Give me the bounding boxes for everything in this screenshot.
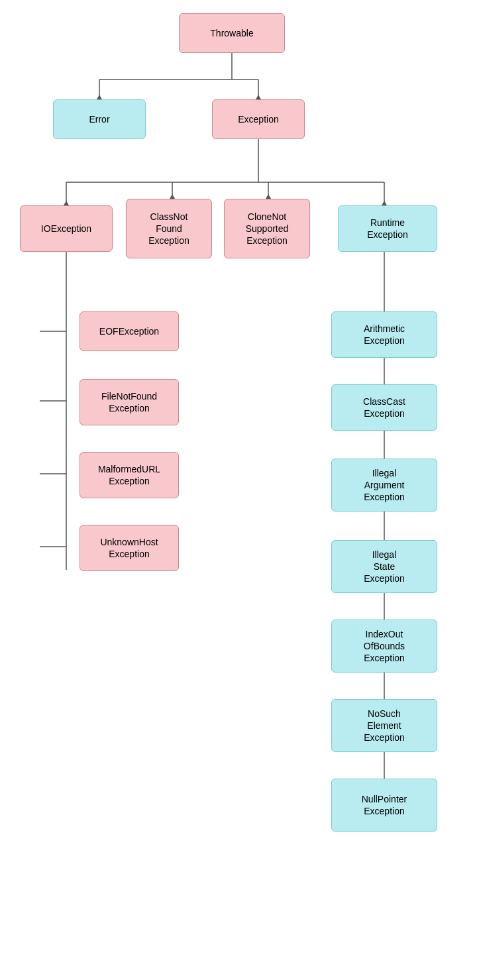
node-unknownhost: UnknownHostException	[80, 525, 179, 571]
node-throwable: Throwable	[179, 13, 285, 53]
node-arithmetic: ArithmeticException	[331, 311, 437, 358]
svg-marker-11	[170, 194, 175, 199]
class-hierarchy-diagram: Throwable Error Exception IOException Cl…	[0, 0, 477, 980]
node-malformedurl: MalformedURLException	[80, 452, 179, 498]
svg-marker-15	[382, 201, 387, 205]
node-nullpointer: NullPointerException	[331, 779, 437, 832]
node-eofexception: EOFException	[80, 311, 179, 351]
node-runtimeexception: RuntimeException	[338, 205, 437, 252]
node-exception: Exception	[212, 99, 305, 139]
svg-marker-5	[256, 95, 261, 99]
svg-marker-3	[97, 95, 102, 99]
node-indexoutofbounds: IndexOutOfBoundsException	[331, 620, 437, 673]
node-error: Error	[53, 99, 146, 139]
node-classcast: ClassCastException	[331, 384, 437, 431]
node-filenotfound: FileNotFoundException	[80, 379, 179, 425]
svg-marker-9	[64, 201, 69, 205]
node-illegalstate: IllegalStateException	[331, 540, 437, 593]
node-illegalargument: IllegalArgumentException	[331, 459, 437, 512]
node-nosuchelement: NoSuchElementException	[331, 699, 437, 752]
node-classnotfound: ClassNotFoundException	[126, 199, 212, 258]
node-clonenotsupported: CloneNotSupportedException	[224, 199, 310, 258]
svg-marker-13	[266, 194, 271, 199]
node-ioexception: IOException	[20, 205, 113, 252]
